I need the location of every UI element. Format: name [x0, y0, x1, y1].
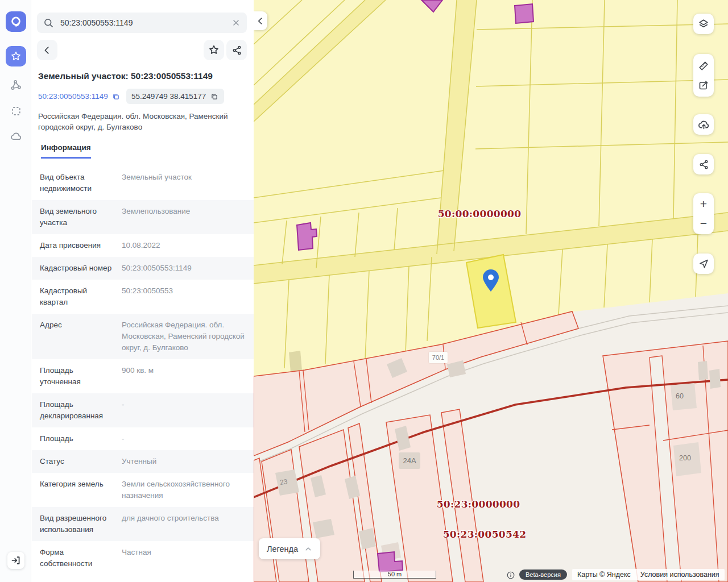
edit-icon [698, 80, 709, 91]
table-row: Площадь уточненная 900 кв. м [32, 359, 254, 393]
house-number-label: 200 [679, 454, 691, 462]
exit-icon [10, 555, 22, 566]
chevron-up-icon [304, 545, 312, 553]
legend-button[interactable]: Легенда [259, 538, 320, 559]
table-row: Площадь декларированная - [32, 393, 254, 427]
table-row: Площадь - [32, 427, 254, 450]
navigation-arrow-icon [698, 258, 709, 269]
favorites-star-button[interactable] [6, 46, 26, 66]
login-exit-button[interactable] [7, 552, 24, 569]
cloud-button[interactable] [6, 126, 26, 147]
table-row: Адрес Российская Федерация. обл. Московс… [32, 314, 254, 359]
row-label: Адрес [40, 319, 115, 354]
cadastral-number-chip[interactable]: 50:23:0050553:1149 [38, 92, 121, 101]
info-button[interactable] [506, 571, 515, 580]
row-value: - [115, 433, 125, 444]
row-label: Вид разрешенного использования [40, 513, 115, 535]
table-row: Статус Учтенный [32, 450, 254, 473]
share-icon [231, 45, 242, 56]
draw-edit-button[interactable] [693, 76, 714, 95]
table-row: Вид разрешенного использования для дачно… [32, 507, 254, 541]
row-label: Площадь [40, 433, 115, 444]
copy-icon[interactable] [111, 92, 121, 101]
cadastral-quarter-label: 50:00:0000000 [428, 208, 531, 219]
coordinates-value: 55.249749 38.415177 [131, 92, 206, 101]
upload-button[interactable] [693, 114, 714, 135]
search-icon [43, 18, 54, 28]
terms-of-use-link[interactable]: Условия использования [640, 571, 719, 579]
row-label: Дата присвоения [40, 240, 115, 251]
page-title: Земельный участок: 50:23:0050553:1149 [38, 71, 247, 81]
polygon-tool-button[interactable] [6, 75, 26, 95]
cadastral-number-link[interactable]: 50:23:0050553:1149 [38, 92, 108, 101]
table-row: Вид земельного участка Землепользование [32, 200, 254, 234]
coordinates-chip[interactable]: 55.249749 38.415177 [126, 89, 224, 104]
chevron-left-icon [256, 16, 265, 26]
row-value: - [115, 399, 125, 422]
info-icon [506, 571, 515, 580]
zoom-out-button[interactable]: − [693, 214, 714, 233]
house-number-label: 24A [399, 452, 420, 469]
favorite-button[interactable] [204, 40, 224, 60]
zoom-in-button[interactable]: + [693, 194, 714, 214]
share-map-button[interactable] [693, 154, 714, 174]
layers-button[interactable] [693, 14, 714, 34]
area-select-button[interactable] [6, 101, 26, 121]
row-label: Площадь декларированная [40, 399, 115, 422]
table-row: Дата присвоения 10.08.2022 [32, 234, 254, 257]
row-label: Вид объекта недвижимости [40, 172, 115, 194]
row-label: Статус [40, 456, 115, 467]
zoom-controls: + − [693, 193, 714, 234]
row-value: Российская Федерация. обл. Московская, Р… [115, 319, 247, 354]
row-label: Площадь уточненная [40, 365, 115, 388]
star-icon [208, 44, 220, 56]
tabs: Информация [41, 142, 254, 159]
row-label: Форма собственности [40, 547, 115, 569]
copy-icon[interactable] [210, 92, 219, 101]
beta-badge: Beta-версия [519, 569, 567, 580]
row-value: 50:23:0050553 [115, 285, 173, 308]
table-row: Кадастровый квартал 50:23:0050553 [32, 280, 254, 314]
row-value: 50:23:0050553:1149 [115, 263, 192, 274]
back-chevron-icon [42, 45, 52, 55]
row-label: Кадастровый номер [40, 263, 115, 274]
table-row: Форма собственности Частная [32, 541, 254, 575]
app-logo-icon[interactable] [6, 11, 26, 32]
cadastral-quarter-label: 50:23:0000000 [427, 498, 530, 510]
row-value: Землепользование [115, 206, 190, 228]
map-attribution: Карты © Яндекс Условия использования [572, 569, 725, 580]
share-button[interactable] [226, 40, 247, 60]
search-bar[interactable] [37, 13, 247, 33]
tools-group [693, 54, 714, 97]
polygon-icon [10, 79, 22, 92]
house-number-label: 23 [279, 477, 288, 487]
row-value: Земли сельскохозяйственного назначения [115, 479, 247, 501]
map-canvas [254, 0, 728, 582]
cadastral-quarter-label: 50:23:0050542 [433, 529, 536, 540]
row-value: 900 кв. м [115, 365, 154, 388]
row-value: Земельный участок [115, 172, 192, 194]
row-value: Частная [115, 547, 151, 569]
collapse-panel-button[interactable] [254, 11, 267, 30]
tab-information[interactable]: Информация [41, 143, 91, 159]
house-number-label: 60 [676, 392, 684, 400]
select-area-icon [10, 105, 22, 117]
row-value: для дачного строительства [115, 513, 219, 535]
locate-me-button[interactable] [693, 253, 714, 274]
panel-toolbar [37, 40, 247, 60]
measure-button[interactable] [693, 56, 714, 76]
row-value: 10.08.2022 [115, 240, 160, 251]
row-label: Вид земельного участка [40, 206, 115, 228]
back-button[interactable] [37, 40, 57, 60]
map-viewport[interactable]: 50:00:0000000 50:23:0000000 50:23:005054… [254, 0, 728, 582]
share-icon [698, 159, 709, 170]
legend-label: Легенда [267, 544, 298, 554]
house-number-label: 70/1 [429, 352, 448, 363]
info-panel: Земельный участок: 50:23:0050553:1149 50… [32, 0, 254, 582]
table-row: Кадастровый номер 50:23:0050553:1149 [32, 257, 254, 280]
scale-bar: 50 m [353, 571, 436, 579]
search-input[interactable] [59, 18, 231, 28]
info-table: Вид объекта недвижимости Земельный участ… [32, 166, 254, 575]
clear-search-icon[interactable] [231, 18, 241, 27]
star-icon [10, 51, 22, 62]
